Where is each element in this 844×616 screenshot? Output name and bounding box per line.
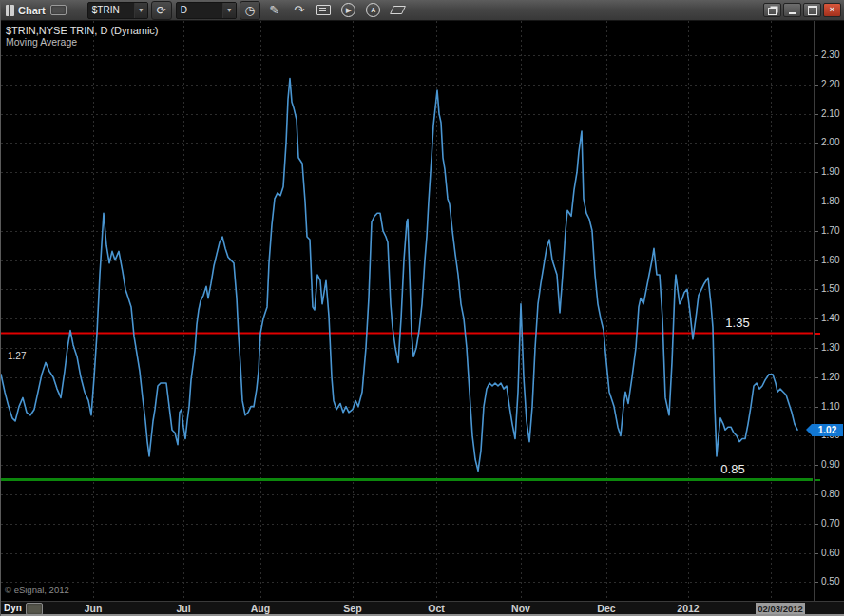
chevron-down-icon[interactable]: ▾ [222, 3, 236, 18]
time-axis[interactable]: Dyn 02/03/2012 JunJulAugSepOctNovDec2012 [1, 601, 844, 614]
y-axis-label: 1.40 [821, 313, 839, 323]
symbol-combo[interactable]: $TRIN ▾ [87, 2, 148, 19]
chart-app-icon [6, 5, 14, 16]
chart-study-title: Moving Average [6, 36, 77, 48]
x-axis-label: Aug [240, 603, 281, 614]
price-line-series [1, 79, 797, 472]
red-line-value-label: 1.35 [709, 316, 766, 330]
y-axis-tick [815, 143, 818, 144]
y-axis-label: 1.90 [821, 166, 839, 177]
y-axis-tick [815, 231, 818, 232]
y-axis-label: 0.90 [821, 459, 839, 470]
y-axis-label: 1.20 [821, 372, 839, 382]
x-axis-label: Jul [163, 603, 204, 614]
close-button[interactable]: × [823, 3, 841, 17]
x-axis-label: Nov [500, 603, 542, 614]
replay-button[interactable]: ▶ [338, 2, 359, 19]
maximize-button[interactable] [803, 3, 821, 17]
window-title: Chart [18, 5, 46, 16]
chart-symbol-title: $TRIN,NYSE TRIN, D (Dynamic) [6, 25, 159, 36]
y-axis-label: 1.50 [821, 283, 839, 294]
y-axis-label: 0.50 [821, 576, 839, 587]
green-line-value-label: 0.85 [704, 462, 761, 476]
y-axis-tick [815, 289, 818, 290]
y-axis-label: 1.30 [821, 342, 839, 353]
play-circle-icon: ▶ [341, 3, 355, 17]
x-axis-label: Dec [585, 603, 627, 614]
y-axis-tick [815, 377, 818, 378]
dynamic-mode-label: Dyn [4, 603, 22, 613]
toolbar: Chart $TRIN ▾ ⟳ D ▾ ◷ ✎ ↷ ▶ A × [1, 0, 844, 21]
chart-link-badge-icon[interactable] [50, 5, 67, 15]
y-axis-tick [815, 318, 818, 319]
y-axis-tick [815, 172, 818, 173]
x-axis-label: Oct [415, 603, 457, 614]
price-axis[interactable]: 2.302.202.102.001.901.801.701.601.501.40… [814, 21, 844, 601]
last-price-tag: 1.02 [812, 424, 843, 436]
y-axis-tick [815, 582, 818, 583]
interval-combo[interactable]: D ▾ [176, 2, 237, 19]
y-axis-label: 2.30 [821, 49, 839, 60]
overlay-axis-tick [815, 333, 820, 335]
restore-icon [768, 8, 777, 15]
minimize-icon [789, 12, 796, 14]
chart-plot-area[interactable]: $TRIN,NYSE TRIN, D (Dynamic) Moving Aver… [1, 21, 844, 601]
pencil-icon: ✎ [269, 3, 279, 17]
quote-board-icon [316, 5, 331, 15]
minimize-button[interactable] [783, 3, 801, 17]
y-axis-tick [815, 524, 818, 525]
overlay-axis-tick [815, 479, 820, 481]
y-axis-label: 2.00 [821, 137, 839, 147]
refresh-button[interactable]: ⟳ [151, 1, 172, 20]
y-axis-tick [815, 55, 818, 56]
y-axis-label: 0.70 [821, 518, 839, 529]
cursor-date-box: 02/03/2012 [756, 603, 805, 614]
close-icon: × [830, 6, 834, 14]
x-axis-label: Sep [332, 603, 374, 614]
x-axis-label: 2012 [667, 603, 709, 614]
moving-average-axis-label: 1.27 [8, 351, 26, 361]
y-axis-label: 0.60 [821, 548, 839, 558]
interval-input[interactable]: D [177, 5, 222, 15]
copyright-text: © eSignal, 2012 [5, 585, 69, 595]
circular-arrows-icon: ⟳ [157, 4, 166, 17]
y-axis-tick [815, 407, 818, 408]
y-axis-tick [815, 494, 818, 495]
maximize-icon [808, 6, 817, 15]
y-axis-tick [815, 202, 818, 202]
y-axis-label: 1.80 [821, 196, 839, 206]
draw-tool-button[interactable]: ✎ [264, 2, 285, 19]
eraser-icon [390, 6, 406, 14]
y-axis-label: 2.10 [821, 108, 839, 119]
chevron-down-icon[interactable]: ▾ [134, 3, 147, 18]
y-axis-tick [815, 85, 818, 86]
curved-arrow-icon: ↷ [294, 3, 304, 17]
y-axis-tick [815, 465, 818, 466]
time-template-button[interactable]: ◷ [240, 1, 260, 20]
chart-window: Chart $TRIN ▾ ⟳ D ▾ ◷ ✎ ↷ ▶ A × $TRIN,NY… [0, 0, 844, 616]
y-axis-label: 2.20 [821, 79, 839, 89]
y-axis-label: 1.10 [821, 401, 839, 412]
restore-button[interactable] [763, 3, 781, 17]
y-axis-tick [815, 348, 818, 349]
y-axis-label: 1.70 [821, 225, 839, 236]
eraser-button[interactable] [388, 2, 409, 19]
quote-board-button[interactable] [314, 2, 335, 19]
symbol-input[interactable]: $TRIN [88, 5, 134, 15]
chart-canvas[interactable] [1, 21, 844, 601]
y-axis-label: 0.80 [821, 489, 839, 499]
y-axis-tick [815, 553, 818, 554]
y-axis-tick [815, 114, 818, 115]
a-circle-icon: A [366, 3, 380, 17]
x-axis-label: Jun [72, 603, 114, 614]
annotation-tool-button[interactable]: ↷ [289, 2, 310, 19]
clock-icon: ◷ [244, 4, 254, 17]
y-axis-tick [815, 260, 818, 261]
auto-trade-button[interactable]: A [363, 2, 384, 19]
y-axis-label: 1.60 [821, 255, 839, 265]
